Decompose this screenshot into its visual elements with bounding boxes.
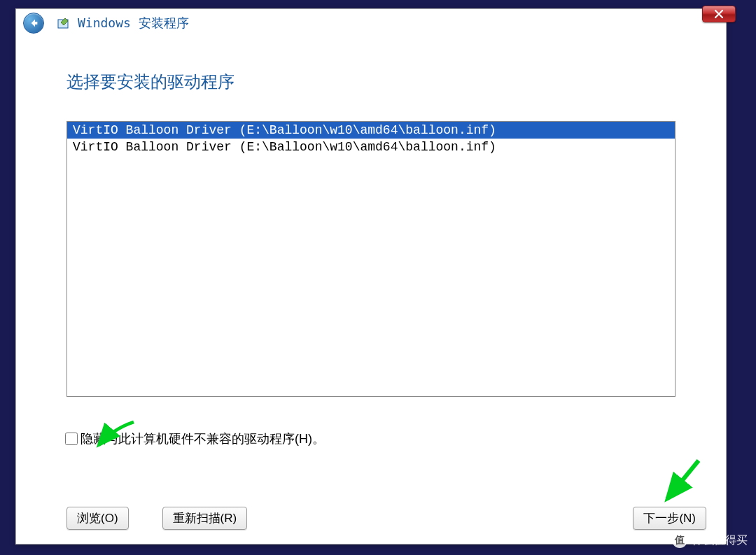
hide-incompatible-row: 隐藏与此计算机硬件不兼容的驱动程序(H)。 xyxy=(65,430,676,447)
button-row: 浏览(O) 重新扫描(R) 下一步(N) xyxy=(66,507,706,530)
driver-list-item[interactable]: VirtIO Balloon Driver (E:\Balloon\w10\am… xyxy=(67,139,675,155)
close-button[interactable] xyxy=(702,6,736,22)
installer-icon xyxy=(57,15,72,31)
page-heading: 选择要安装的驱动程序 xyxy=(66,71,676,93)
arrow-left-icon xyxy=(28,17,39,29)
watermark-text: 什么值得买 xyxy=(692,533,748,548)
rescan-button[interactable]: 重新扫描(R) xyxy=(162,507,248,530)
annotation-arrow-next xyxy=(653,457,709,513)
watermark: 值 什么值得买 xyxy=(672,533,748,548)
hide-incompatible-checkbox[interactable] xyxy=(65,433,78,445)
next-button[interactable]: 下一步(N) xyxy=(633,507,706,530)
window-title: Windows 安装程序 xyxy=(78,15,189,31)
hide-incompatible-label[interactable]: 隐藏与此计算机硬件不兼容的驱动程序(H)。 xyxy=(80,430,325,447)
titlebar: Windows 安装程序 xyxy=(16,9,726,37)
windows-setup-dialog: Windows 安装程序 选择要安装的驱动程序 VirtIO Balloon D… xyxy=(15,8,727,545)
driver-list-item[interactable]: VirtIO Balloon Driver (E:\Balloon\w10\am… xyxy=(67,122,675,139)
watermark-icon: 值 xyxy=(672,533,687,548)
close-icon xyxy=(714,9,724,19)
content-area: 选择要安装的驱动程序 VirtIO Balloon Driver (E:\Bal… xyxy=(16,37,726,447)
back-button[interactable] xyxy=(23,13,44,34)
driver-list[interactable]: VirtIO Balloon Driver (E:\Balloon\w10\am… xyxy=(66,121,676,397)
browse-button[interactable]: 浏览(O) xyxy=(66,507,129,530)
